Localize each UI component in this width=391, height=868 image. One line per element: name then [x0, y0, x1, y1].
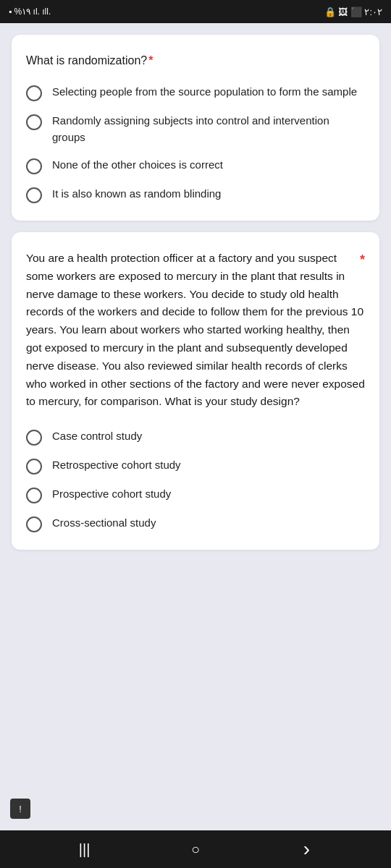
side-icon: !	[10, 799, 30, 819]
question-1-card: What is randomization?* Selecting people…	[12, 35, 379, 221]
q1-radio-2[interactable]	[26, 114, 42, 130]
q1-option-2[interactable]: Randomly assigning subjects into control…	[26, 113, 365, 145]
q1-radio-4[interactable]	[26, 187, 42, 203]
status-right-icons: 🔒 🖼 ⬛ ٢:٠٢	[324, 7, 382, 17]
q2-label-1: Case control study	[52, 428, 142, 445]
q2-label-4: Cross-sectional study	[52, 515, 156, 532]
question-1-options: Selecting people from the source populat…	[26, 84, 365, 203]
back-button[interactable]: |||	[67, 835, 102, 864]
bottom-nav: ||| ○ ›	[0, 830, 391, 868]
q2-radio-1[interactable]	[26, 430, 42, 446]
status-left: ▪ %١٩ ıl. ıll.	[9, 7, 51, 17]
forward-button[interactable]: ›	[289, 835, 324, 864]
q1-label-4: It is also known as random blinding	[52, 186, 221, 203]
q2-option-2[interactable]: Retrospective cohort study	[26, 457, 365, 475]
q2-label-3: Prospective cohort study	[52, 486, 171, 503]
status-left-text: ▪ %١٩ ıl. ıll.	[9, 7, 51, 17]
q2-radio-2[interactable]	[26, 459, 42, 475]
q1-radio-1[interactable]	[26, 85, 42, 101]
q2-option-1[interactable]: Case control study	[26, 428, 365, 446]
q2-label-2: Retrospective cohort study	[52, 457, 181, 474]
main-content: What is randomization?* Selecting people…	[0, 23, 391, 830]
q1-label-2: Randomly assigning subjects into control…	[52, 113, 365, 145]
q1-label-1: Selecting people from the source populat…	[52, 84, 357, 101]
q1-option-1[interactable]: Selecting people from the source populat…	[26, 84, 365, 101]
question-2-options: Case control study Retrospective cohort …	[26, 428, 365, 532]
q1-option-3[interactable]: None of the other choices is correct	[26, 157, 365, 174]
q1-radio-3[interactable]	[26, 158, 42, 174]
question-2-card: You are a health protection officer at a…	[12, 232, 379, 550]
home-button[interactable]: ○	[178, 835, 213, 864]
question-2-text: You are a health protection officer at a…	[26, 250, 365, 411]
required-star-2: *	[360, 250, 365, 271]
status-right: 🔒 🖼 ⬛ ٢:٠٢	[324, 7, 382, 17]
q2-radio-3[interactable]	[26, 488, 42, 503]
question-1-text: What is randomization?*	[26, 52, 365, 69]
required-star-1: *	[148, 54, 153, 67]
q1-label-3: None of the other choices is correct	[52, 157, 223, 174]
q2-option-3[interactable]: Prospective cohort study	[26, 486, 365, 503]
q2-radio-4[interactable]	[26, 516, 42, 532]
q1-option-4[interactable]: It is also known as random blinding	[26, 186, 365, 203]
status-bar: ▪ %١٩ ıl. ıll. 🔒 🖼 ⬛ ٢:٠٢	[0, 0, 391, 23]
q2-option-4[interactable]: Cross-sectional study	[26, 515, 365, 532]
